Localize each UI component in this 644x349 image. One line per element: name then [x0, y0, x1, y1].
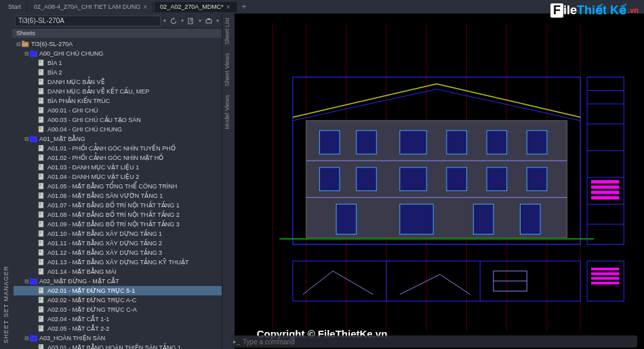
tree-sheet[interactable]: A01.10 - MẶT BẰNG XÂY DỰNG TẦNG 1 [14, 229, 222, 239]
command-input[interactable] [243, 338, 635, 346]
tree-sheet[interactable]: A02.05 - MẶT CẮT 2-2 [14, 324, 222, 333]
tree-sheet[interactable]: A00.03 - GHI CHÚ CẤU TẠO SÀN [14, 115, 222, 125]
expand-icon[interactable] [31, 145, 38, 152]
expand-icon[interactable] [31, 316, 38, 323]
expand-icon[interactable]: ⊟ [23, 136, 30, 142]
svg-rect-143 [487, 167, 507, 191]
svg-rect-71 [39, 262, 41, 262]
tree-sheet[interactable]: A01.07 - MẶT BẰNG BỐ TRÍ NỘI THẤT TẦNG 1 [14, 201, 222, 210]
expand-icon[interactable] [31, 230, 38, 237]
tree-sheet[interactable]: A00.01 - GHI CHÚ [14, 106, 222, 115]
expand-icon[interactable] [31, 173, 38, 180]
tree-sheet[interactable]: A02.04 - MẶT CẮT 1-1 [14, 314, 222, 324]
tree-sheet[interactable]: A01.01 - PHỐI CẢNH GÓC NHÌN TUYẾN PHỐ [14, 144, 222, 153]
svg-rect-62 [39, 233, 41, 234]
close-icon[interactable]: × [143, 3, 147, 11]
command-bar[interactable]: ▸_ [230, 335, 637, 348]
side-tab-sheet-views[interactable]: Sheet Views [222, 49, 232, 91]
tree-sheet[interactable]: A00.04 - GHI CHÚ CHUNG [14, 125, 222, 134]
expand-icon[interactable] [31, 98, 38, 104]
tree-sheet[interactable]: BÌA PHẦN KIẾN TRÚC [14, 96, 222, 106]
expand-icon[interactable] [31, 325, 38, 332]
expand-icon[interactable] [31, 259, 38, 266]
tree-item-label: A02.02 - MẶT ĐỨNG TRỤC A-C [47, 297, 136, 304]
tree-sheet[interactable]: A01.09 - MẶT BẰNG BỐ TRÍ NỘI THẤT TẦNG 3 [14, 220, 222, 229]
tree-sheet[interactable]: A01.13 - MẶT BẰNG XÂY DỰNG TẦNG KỸ THUẬT [14, 258, 222, 267]
tab-start[interactable]: Start [3, 2, 27, 12]
tree-sheet[interactable]: A01.14 - MẶT BẰNG MÁI [14, 267, 222, 276]
tree-sheet[interactable]: A01.11 - MẶT BẰNG XÂY DỰNG TẦNG 2 [14, 239, 222, 248]
chevron-down-icon[interactable]: ▾ [163, 18, 166, 24]
tree-sheet[interactable]: BÌA 1 [14, 58, 222, 68]
tree-sheet[interactable]: DANH MỤC BẢN VẼ KẾT CẤU, MEP [14, 87, 222, 96]
tree-sheet[interactable]: BÌA 2 [14, 68, 222, 77]
tree-group[interactable]: ⊟A02_MẶT ĐỨNG - MẶT CẮT [14, 276, 222, 286]
chevron-down-icon[interactable]: ▾ [199, 18, 201, 24]
svg-rect-46 [39, 184, 41, 185]
expand-icon[interactable] [31, 297, 38, 304]
cad-drawing [239, 17, 641, 338]
tree-item-label: A01.02 - PHỐI CẢNH GÓC NHÌN MẶT HỒ [47, 155, 163, 161]
expand-icon[interactable] [31, 155, 38, 161]
side-tab-sheet-list[interactable]: Sheet List [222, 14, 232, 49]
publish-icon[interactable] [204, 16, 214, 26]
tree-group[interactable]: ⊟A01_MẶT BẰNG [14, 134, 222, 144]
new-sheet-icon[interactable] [186, 16, 196, 26]
expand-icon[interactable] [31, 211, 38, 218]
tree-sheet[interactable]: A01.05 - MẶT BẰNG TỔNG THỂ CÔNG TRÌNH [14, 182, 222, 191]
expand-icon[interactable] [31, 287, 38, 294]
expand-icon[interactable] [31, 88, 38, 95]
expand-icon[interactable] [31, 164, 38, 171]
chevron-down-icon[interactable]: ▾ [216, 18, 219, 24]
expand-icon[interactable] [31, 60, 38, 66]
tree-sheet[interactable]: DANH MỤC BẢN VẼ [14, 77, 222, 87]
svg-rect-52 [39, 203, 41, 204]
tree-sheet[interactable]: A01.06 - MẶT BẰNG SÂN VƯỜN TẦNG 1 [14, 191, 222, 201]
tree-sheet[interactable]: A02.03 - MẶT ĐỨNG TRỤC C-A [14, 305, 222, 314]
tree-sheet[interactable]: A01.02 - PHỐI CẢNH GÓC NHÌN MẶT HỒ [14, 153, 222, 163]
expand-icon[interactable] [31, 126, 38, 133]
side-tab-model-views[interactable]: Model Views [222, 91, 232, 134]
subset-icon [30, 278, 38, 285]
tree-group[interactable]: ⊟A03_HOÀN THIỆN SÀN [14, 333, 222, 343]
tree-sheet[interactable]: A01.12 - MẶT BẰNG XÂY DỰNG TẦNG 3 [14, 248, 222, 258]
expand-icon[interactable] [31, 306, 38, 313]
tree-sheet[interactable]: A02.01 - MẶT ĐỨNG TRỤC 5-1 [14, 286, 222, 295]
expand-icon[interactable] [31, 240, 38, 247]
expand-icon[interactable]: ⊟ [23, 335, 30, 342]
expand-icon[interactable] [31, 268, 38, 275]
new-tab-button[interactable]: + [238, 2, 251, 12]
tree-sheet[interactable]: A01.08 - MẶT BẰNG BỐ TRÍ NỘI THẤT TẦNG 2 [14, 210, 222, 220]
refresh-icon[interactable] [169, 16, 178, 26]
sheet-tree[interactable]: ⊟Ti3(6)-SL-270A⊟A00_GHI CHÚ CHUNGBÌA 1BÌ… [12, 38, 222, 349]
sheet-set-dropdown[interactable] [15, 16, 161, 26]
drawing-canvas[interactable]: Sheet List Sheet Views Model Views [222, 14, 644, 349]
expand-icon[interactable] [31, 192, 38, 199]
svg-rect-59 [39, 224, 41, 224]
expand-icon[interactable] [31, 79, 38, 85]
expand-icon[interactable] [31, 202, 38, 209]
expand-icon[interactable] [31, 249, 38, 256]
chevron-down-icon[interactable]: ▾ [181, 18, 184, 24]
tab-file-1[interactable]: 02_A08-4_270A_CHI TIET LAM DUNG× [28, 2, 153, 12]
tree-root[interactable]: ⊟Ti3(6)-SL-270A [14, 39, 222, 49]
expand-icon[interactable]: ⊟ [23, 50, 30, 57]
expand-icon[interactable]: ⊟ [23, 278, 30, 285]
expand-icon[interactable] [31, 69, 38, 76]
tree-sheet[interactable]: A03.01 - MẶT BẰNG HOÀN THIỆN SÀN TẦNG 1 [14, 343, 222, 349]
tree-sheet[interactable]: A02.02 - MẶT ĐỨNG TRỤC A-C [14, 295, 222, 305]
tree-item-label: A01.13 - MẶT BẰNG XÂY DỰNG TẦNG KỸ THUẬT [47, 259, 188, 266]
close-icon[interactable]: × [226, 3, 230, 11]
expand-icon[interactable] [31, 183, 38, 190]
tree-group[interactable]: ⊟A00_GHI CHÚ CHUNG [14, 49, 222, 58]
expand-icon[interactable] [31, 117, 38, 123]
svg-rect-85 [39, 309, 41, 310]
expand-icon[interactable] [31, 221, 38, 228]
tab-file-2[interactable]: 02_A02_270A_MDMC*× [155, 2, 236, 12]
tree-item-label: A01.14 - MẶT BẰNG MÁI [47, 268, 117, 275]
expand-icon[interactable] [31, 107, 38, 114]
expand-icon[interactable]: ⊟ [15, 41, 22, 47]
expand-icon[interactable] [31, 344, 38, 349]
tree-sheet[interactable]: A01.03 - DANH MỤC VẬT LIỆU 1 [14, 163, 222, 172]
tree-sheet[interactable]: A01.04 - DANH MỤC VẬT LIỆU 2 [14, 172, 222, 182]
